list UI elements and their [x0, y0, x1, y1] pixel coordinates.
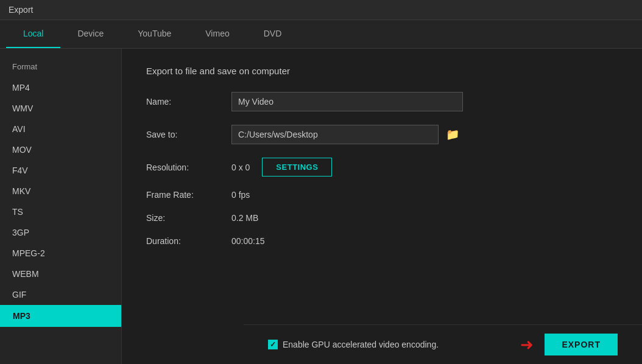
tab-local[interactable]: Local	[6, 20, 60, 48]
duration-row: Duration: 00:00:15	[146, 236, 618, 246]
export-button[interactable]: EXPORT	[545, 334, 618, 355]
save-to-row: Save to: 📁	[146, 125, 618, 144]
resolution-value: 0 x 0	[231, 163, 250, 172]
gpu-row: Enable GPU accelerated video encoding.	[268, 340, 439, 349]
sidebar-item-mov[interactable]: MOV	[0, 139, 121, 160]
resolution-value-row: 0 x 0 SETTINGS	[231, 158, 332, 177]
bottom-bar: Enable GPU accelerated video encoding. ➜…	[244, 324, 642, 364]
frame-rate-value: 0 fps	[231, 190, 250, 200]
title-label: Export	[9, 5, 33, 15]
name-input[interactable]	[231, 92, 463, 111]
sidebar-item-mp3[interactable]: MP3	[0, 305, 121, 327]
name-label: Name:	[146, 97, 231, 107]
sidebar-item-mp4[interactable]: MP4	[0, 77, 121, 98]
sidebar-item-wmv[interactable]: WMV	[0, 98, 121, 119]
frame-rate-row: Frame Rate: 0 fps	[146, 190, 618, 200]
tab-vimeo[interactable]: Vimeo	[188, 20, 246, 48]
save-path-input[interactable]	[231, 125, 439, 144]
sidebar: Format MP4 WMV AVI MOV F4V MKV TS 3GP MP…	[0, 49, 122, 364]
tab-device[interactable]: Device	[60, 20, 121, 48]
tab-bar: Local Device YouTube Vimeo DVD	[0, 20, 642, 49]
resolution-row: Resolution: 0 x 0 SETTINGS	[146, 158, 618, 177]
content-title: Export to file and save on computer	[146, 66, 618, 76]
sidebar-item-webm[interactable]: WEBM	[0, 264, 121, 284]
sidebar-item-f4v[interactable]: F4V	[0, 160, 121, 181]
sidebar-item-avi[interactable]: AVI	[0, 119, 121, 139]
size-label: Size:	[146, 213, 231, 223]
tab-dvd[interactable]: DVD	[247, 20, 299, 48]
path-row: 📁	[231, 125, 462, 144]
save-to-label: Save to:	[146, 130, 231, 139]
settings-button[interactable]: SETTINGS	[262, 158, 332, 177]
sidebar-item-mkv[interactable]: MKV	[0, 181, 121, 201]
size-row: Size: 0.2 MB	[146, 213, 618, 223]
gpu-label-text: Enable GPU accelerated video encoding.	[283, 340, 439, 349]
sidebar-item-3gp[interactable]: 3GP	[0, 222, 121, 243]
duration-label: Duration:	[146, 236, 231, 246]
main-layout: Format MP4 WMV AVI MOV F4V MKV TS 3GP MP…	[0, 49, 642, 364]
gpu-checkbox[interactable]	[268, 340, 278, 349]
arrow-icon: ➜	[520, 335, 534, 354]
name-row: Name:	[146, 92, 618, 111]
sidebar-item-gif[interactable]: GIF	[0, 284, 121, 305]
title-bar: Export	[0, 0, 642, 20]
format-label: Format	[0, 58, 121, 77]
resolution-label: Resolution:	[146, 163, 231, 172]
folder-icon[interactable]: 📁	[443, 125, 462, 144]
content-area: Export to file and save on computer Name…	[122, 49, 642, 364]
sidebar-item-ts[interactable]: TS	[0, 201, 121, 222]
duration-value: 00:00:15	[231, 236, 265, 246]
export-area: ➜ EXPORT	[520, 334, 618, 355]
size-value: 0.2 MB	[231, 213, 258, 223]
sidebar-item-mpeg2[interactable]: MPEG-2	[0, 243, 121, 264]
tab-youtube[interactable]: YouTube	[121, 20, 188, 48]
frame-rate-label: Frame Rate:	[146, 190, 231, 200]
